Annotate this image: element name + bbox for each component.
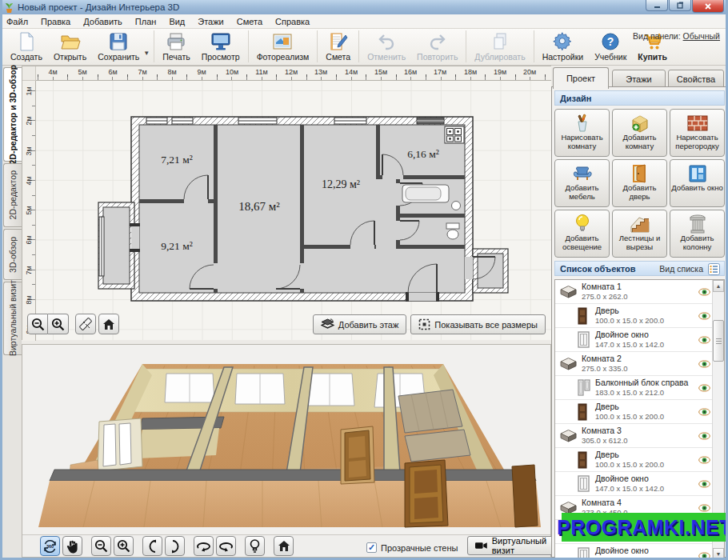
eye-icon[interactable] [698, 552, 710, 560]
eye-icon[interactable] [698, 288, 710, 296]
add-window-button[interactable]: Добавить окно [670, 159, 725, 207]
menu-add[interactable]: Добавить [77, 17, 129, 26]
measure-button[interactable] [75, 314, 96, 334]
toolbar-separator [358, 30, 359, 62]
draw-room-button[interactable]: Нарисовать комнату [554, 109, 610, 157]
render-3d-canvas[interactable] [22, 345, 550, 535]
save-button[interactable]: Сохранить [92, 30, 145, 62]
add-floor-button[interactable]: Добавить этаж [313, 314, 406, 334]
close-button[interactable] [692, 0, 724, 13]
stairs-cutouts-button[interactable]: Лестницы и вырезы [612, 210, 667, 258]
add-column-button[interactable]: Добавить колонну [670, 210, 725, 258]
tilt-up-icon [146, 539, 159, 554]
virtual-visit-button[interactable]: Виртуальный визит [467, 536, 558, 555]
ruler-left: 1м 2м 3м 4м 5м 6м 7м 8м 9м [22, 81, 36, 341]
redo-button[interactable]: Повторить [411, 30, 463, 62]
object-row-door[interactable]: Дверь 100.0 x 15.0 x 200.0 [555, 400, 715, 424]
title-bar[interactable]: Новый проект - Дизайн Интерьера 3D [0, 0, 728, 14]
scroll-up-arrow[interactable]: ▲ [713, 280, 724, 292]
home-button[interactable] [98, 314, 119, 334]
object-row-window[interactable]: Двойное окно 147.0 x 15.0 x 142.0 [555, 472, 715, 496]
menu-estimate[interactable]: Смета [230, 17, 269, 26]
watermark: PROGRAMKI.NET [562, 513, 727, 542]
tab-2d-editor[interactable]: 2D-редактор [3, 163, 22, 227]
menu-edit[interactable]: Правка [34, 17, 77, 26]
object-row-window[interactable]: Двойное окно 147.0 x 15.0 x 142.0 [555, 328, 715, 352]
scroll-down-arrow[interactable]: ▼ [713, 548, 724, 560]
eye-icon[interactable] [698, 360, 710, 368]
eye-icon[interactable] [698, 312, 710, 320]
scroll-thumb[interactable] [713, 320, 724, 362]
menu-floors[interactable]: Этажи [191, 17, 230, 26]
tab-virtual-visit[interactable]: Виртуальный визит [3, 282, 22, 355]
eye-icon[interactable] [698, 336, 710, 344]
rotate-360-button[interactable]: 360 [40, 536, 60, 556]
lighting-button[interactable] [245, 536, 265, 556]
create-button[interactable]: Создать [5, 30, 48, 62]
object-row-balcony-block[interactable]: Балконный блок справа 183.0 x 15.0 x 212… [555, 376, 715, 400]
add-lighting-button[interactable]: Добавить освещение [554, 210, 610, 258]
minimize-button[interactable] [646, 0, 668, 11]
open-button[interactable]: Открыть [48, 30, 92, 62]
floor-plan-canvas[interactable]: 7,21 м² 9,21 м² 18,67 м² 12,29 м² 6,16 м… [36, 81, 551, 340]
eye-icon[interactable] [698, 384, 710, 392]
estimate-button[interactable]: Смета [320, 30, 356, 62]
object-row-room-2[interactable]: Комната 2 275.0 x 335.0 [555, 352, 715, 376]
tutorial-button[interactable]: ? Учебник [589, 30, 632, 62]
print-button[interactable]: Печать [157, 30, 195, 62]
home-3d-button[interactable] [274, 536, 294, 556]
balcony-block-icon [578, 379, 590, 396]
orbit-left-button[interactable] [194, 536, 214, 556]
add-room-icon [630, 112, 650, 134]
photorealism-button[interactable]: Фотореализм [251, 30, 315, 62]
maximize-icon [677, 2, 684, 9]
save-dropdown-icon[interactable]: ▼ [143, 50, 150, 57]
tab-2d-and-3d[interactable]: 2D-редактор и 3D-обзор [3, 67, 22, 162]
tab-floors[interactable]: Этажи [612, 70, 666, 88]
zoom-out-3d-button[interactable] [91, 536, 111, 556]
tab-properties[interactable]: Свойства [668, 70, 724, 88]
door-icon [578, 451, 587, 469]
draw-partition-button[interactable]: Нарисовать перегородку [670, 109, 725, 157]
tilt-down-button[interactable] [165, 536, 185, 556]
settings-button[interactable]: Настройки [537, 30, 590, 62]
show-dimensions-button[interactable]: Показывать все размеры [410, 314, 546, 334]
list-view-button[interactable] [708, 263, 720, 275]
eye-icon[interactable] [698, 432, 710, 440]
bulb-icon [250, 539, 260, 554]
eye-icon[interactable] [698, 456, 710, 464]
object-row-room-3[interactable]: Комната 3 305.0 x 612.0 [555, 424, 715, 448]
maximize-button[interactable] [669, 0, 691, 11]
transparent-walls-option[interactable]: ✓ Прозрачные стены [366, 542, 458, 553]
add-room-button[interactable]: Добавить комнату [612, 109, 667, 157]
menu-help[interactable]: Справка [269, 17, 316, 26]
preview-button[interactable]: Просмотр [196, 30, 246, 62]
eye-icon[interactable] [698, 480, 710, 488]
minimize-icon [654, 2, 661, 9]
zoom-in-button[interactable] [48, 314, 69, 334]
eye-icon[interactable] [698, 408, 710, 416]
add-furniture-button[interactable]: Добавить мебель [554, 159, 610, 207]
panel-view-value[interactable]: Обычный [683, 31, 720, 41]
add-door-button[interactable]: Добавить дверь [612, 159, 667, 207]
object-row-window[interactable]: Двойное окно 147.0 x 15.0 x 142.0 [555, 544, 715, 560]
orbit-right-button[interactable] [216, 536, 236, 556]
menu-view[interactable]: Вид [162, 17, 191, 26]
menu-plan[interactable]: План [129, 17, 163, 26]
zoom-out-button[interactable] [27, 314, 48, 334]
ruler-label: 13м [314, 68, 327, 76]
pan-button[interactable] [62, 536, 82, 556]
zoom-in-3d-button[interactable] [114, 536, 134, 556]
tilt-up-button[interactable] [142, 536, 162, 556]
undo-button[interactable]: Отменить [362, 30, 411, 62]
duplicate-button[interactable]: Дублировать [469, 30, 530, 62]
tab-3d-view[interactable]: 3D-обзор [3, 229, 22, 280]
object-row-door[interactable]: Дверь 100.0 x 15.0 x 200.0 [555, 304, 715, 328]
tab-project[interactable]: Проект [553, 67, 609, 89]
eye-icon[interactable] [698, 504, 710, 512]
object-row-room-1[interactable]: Комната 1 275.0 x 262.0 [555, 280, 715, 304]
menu-file[interactable]: Файл [0, 17, 34, 26]
object-row-door[interactable]: Дверь 100.0 x 15.0 x 200.0 [555, 448, 715, 472]
print-icon [166, 31, 186, 52]
transparent-walls-checkbox[interactable]: ✓ [366, 542, 377, 553]
